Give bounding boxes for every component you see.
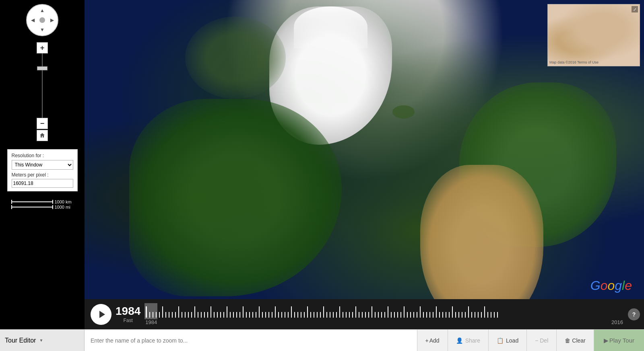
timeline-tick[interactable] [468,306,469,318]
nav-up-button[interactable]: ▲ [39,7,46,14]
timeline-tick[interactable] [484,306,485,318]
timeline-tick[interactable] [433,312,433,318]
timeline-tick[interactable] [259,306,260,318]
timeline-tick[interactable] [182,312,182,318]
timeline-track[interactable]: 1984 2016 [140,299,628,329]
timeline-tick[interactable] [217,312,218,318]
timeline-tick[interactable] [372,306,372,318]
timeline-tick[interactable] [233,312,234,318]
timeline-tick[interactable] [198,312,198,318]
timeline-tick[interactable] [439,312,440,318]
timeline-tick[interactable] [265,312,266,318]
timeline-tick[interactable] [384,312,385,318]
timeline-tick[interactable] [301,312,301,318]
timeline-tick[interactable] [397,312,398,318]
timeline-tick[interactable] [227,306,227,318]
timeline-tick[interactable] [446,312,446,318]
timeline-tick[interactable] [378,312,379,318]
timeline-tick[interactable] [294,312,295,318]
timeline-tick[interactable] [314,312,314,318]
timeline-tick[interactable] [262,312,263,318]
timeline-tick[interactable] [278,312,279,318]
tour-editor-dropdown[interactable]: Tour Editor ▼ [0,330,85,351]
timeline-tick[interactable] [462,312,462,318]
timeline-tick[interactable] [204,312,205,318]
timeline-tick[interactable] [368,312,369,318]
timeline-tick[interactable] [169,312,169,318]
timeline-tick[interactable] [320,312,321,318]
timeline-tick[interactable] [491,312,491,318]
timeline-tick[interactable] [304,312,305,318]
timeline-tick[interactable] [275,306,276,318]
timeline-tick[interactable] [352,312,353,318]
timeline-tick[interactable] [326,312,327,318]
timeline-tick[interactable] [333,312,334,318]
timeline-tick[interactable] [465,312,466,318]
timeline-tick[interactable] [487,312,488,318]
timeline-tick[interactable] [426,312,427,318]
timeline-tick[interactable] [349,312,350,318]
timeline-tick[interactable] [336,312,337,318]
timeline-tick[interactable] [188,312,189,318]
timeline-tick[interactable] [236,312,237,318]
timeline-tick[interactable] [388,306,388,318]
help-button[interactable]: ? [628,308,640,320]
timeline-tick[interactable] [194,306,195,318]
timeline-tick[interactable] [420,306,421,318]
timeline-tick[interactable] [423,312,424,318]
timeline-tick[interactable] [452,306,453,318]
nav-down-button[interactable]: ▼ [39,26,46,33]
timeline-tick[interactable] [330,312,330,318]
timeline-tick[interactable] [230,312,231,318]
timeline-tick[interactable] [381,312,382,318]
timeline-tick[interactable] [481,312,482,318]
share-button[interactable]: 👤 Share [448,330,489,351]
timeline-tick[interactable] [175,312,176,318]
timeline-tick[interactable] [291,306,292,318]
meters-input[interactable] [12,179,73,188]
timeline-tick[interactable] [268,312,269,318]
timeline-tick[interactable] [243,306,244,318]
zoom-track[interactable] [42,53,43,118]
timeline-tick[interactable] [343,312,343,318]
timeline-tick[interactable] [288,312,289,318]
timeline-tick[interactable] [497,312,498,318]
map-view[interactable]: Google ⤢ Map data ©2016 Terms of Use 198… [85,0,644,329]
timeline-tick[interactable] [272,312,272,318]
timeline-tick[interactable] [455,312,456,318]
timeline-tick[interactable] [252,312,253,318]
timeline-tick[interactable] [239,312,240,318]
timeline-tick[interactable] [404,306,405,318]
zoom-thumb[interactable] [37,66,47,70]
timeline-tick[interactable] [211,306,211,318]
timeline-tick[interactable] [436,306,437,318]
timeline-tick[interactable] [442,312,443,318]
timeline-tick[interactable] [207,312,208,318]
play-button[interactable] [91,304,111,325]
add-button[interactable]: + Add [417,330,448,351]
timeline-tick[interactable] [375,312,376,318]
timeline-tick[interactable] [339,306,340,318]
timeline-tick[interactable] [159,312,160,318]
timeline-tick[interactable] [297,312,298,318]
timeline-tick[interactable] [310,312,311,318]
timeline-tick[interactable] [458,312,459,318]
timeline-tick[interactable] [478,312,479,318]
timeline-tick[interactable] [413,312,414,318]
timeline-tick[interactable] [256,312,256,318]
timeline-tick[interactable] [281,312,282,318]
timeline-tick[interactable] [223,312,224,318]
timeline-tick[interactable] [394,312,395,318]
timeline-tick[interactable] [220,312,221,318]
timeline-tick[interactable] [246,312,247,318]
timeline-tick[interactable] [417,312,417,318]
timeline-tick[interactable] [475,312,475,318]
play-tour-button[interactable]: ▶ Play Tour [594,330,644,351]
home-button[interactable] [37,130,48,141]
timeline-tick[interactable] [172,312,173,318]
nav-control[interactable]: ▲ ▼ ◀ ▶ [26,4,58,36]
timeline-tick[interactable] [317,312,318,318]
zoom-in-button[interactable]: + [37,42,48,53]
clear-button[interactable]: 🗑 Clear [557,330,594,351]
timeline-tick[interactable] [494,312,495,318]
